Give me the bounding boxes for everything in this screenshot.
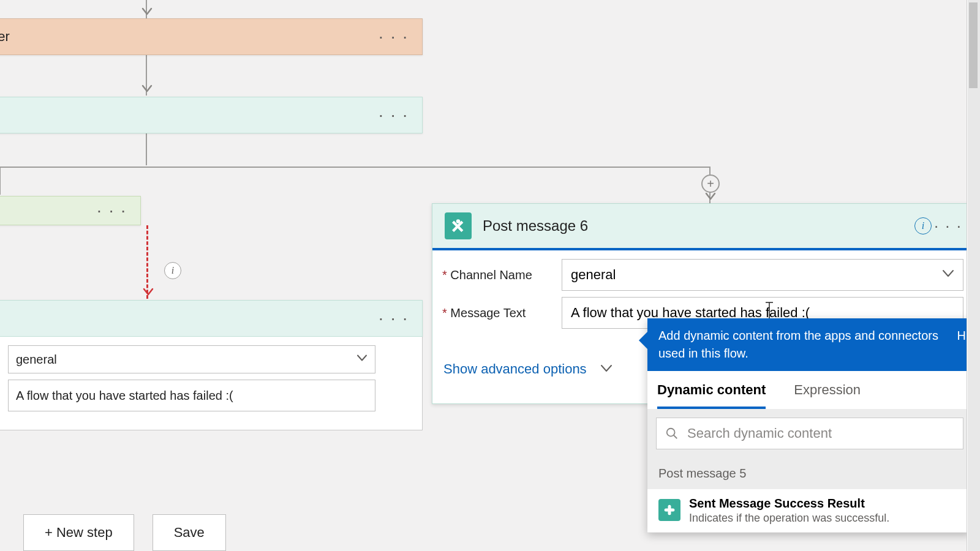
svg-rect-0 [456, 219, 461, 223]
flow-connector-runafter: i [146, 225, 148, 299]
dynamic-content-item[interactable]: Sent Message Success Result Indicates if… [647, 489, 972, 533]
panel-hide-link[interactable]: H [957, 327, 966, 345]
action-card-pm4-body: general A flow that you have started has… [0, 337, 423, 430]
channel-name-value: general [571, 267, 616, 283]
info-icon[interactable]: i [914, 217, 932, 234]
save-button[interactable]: Save [153, 514, 226, 551]
slack-icon [658, 499, 680, 521]
scrollbar-thumb[interactable] [969, 2, 978, 88]
new-step-button[interactable]: + New step [23, 514, 134, 551]
message-text-label: Message Text [442, 306, 562, 320]
pm4-channel-value: general [16, 353, 57, 367]
action-card-http[interactable]: and ping HTTP server · · · [0, 18, 423, 55]
chevron-down-icon [941, 266, 956, 284]
chevron-down-icon [355, 351, 369, 368]
pm4-message-value: A flow that you have started has failed … [16, 389, 233, 403]
slack-icon [445, 212, 472, 239]
dynamic-item-subtitle: Indicates if the operation was successfu… [689, 512, 889, 525]
svg-point-1 [667, 429, 675, 437]
svg-line-2 [674, 435, 677, 439]
action-card-pm5[interactable]: 5 · · · [0, 97, 423, 133]
channel-name-combo[interactable]: general [562, 259, 963, 291]
action-card-header[interactable]: Post message 6 i · · · [432, 204, 973, 248]
pm4-message-input[interactable]: A flow that you have started has failed … [8, 380, 375, 411]
dynamic-item-title: Sent Message Success Result [689, 497, 889, 511]
action-card-condition-branch[interactable]: · · · [0, 196, 141, 225]
dynamic-section-header: Post message 5 [647, 458, 972, 489]
flow-connector [146, 0, 147, 18]
run-after-info-icon[interactable]: i [164, 262, 181, 279]
channel-name-label: Channel Name [442, 268, 562, 282]
vertical-scrollbar[interactable] [967, 0, 980, 551]
action-title: and ping HTTP server [0, 29, 10, 45]
flow-connector [0, 167, 1, 195]
svg-rect-4 [665, 509, 675, 512]
flow-branch [0, 167, 710, 168]
flow-connector [146, 133, 147, 165]
action-card-pm4[interactable]: 4 · · · [0, 300, 423, 337]
tab-dynamic-content[interactable]: Dynamic content [657, 382, 766, 409]
chevron-down-icon [599, 363, 614, 378]
more-icon[interactable]: · · · [97, 202, 127, 219]
add-branch-step-button[interactable]: + [701, 174, 720, 193]
tab-expression[interactable]: Expression [794, 382, 861, 409]
search-dynamic-content-input[interactable]: Search dynamic content [656, 418, 963, 449]
more-icon[interactable]: · · · [379, 310, 409, 327]
action-card-title: Post message 6 [483, 217, 588, 234]
flow-connector [146, 55, 147, 96]
dynamic-content-panel: Add dynamic content from the apps and co… [647, 318, 972, 533]
panel-banner: Add dynamic content from the apps and co… [647, 318, 972, 371]
more-icon[interactable]: · · · [379, 28, 409, 45]
search-placeholder: Search dynamic content [687, 425, 832, 441]
more-icon[interactable]: · · · [934, 217, 962, 236]
pm4-channel-combo[interactable]: general [8, 345, 375, 373]
search-icon [665, 427, 679, 440]
more-icon[interactable]: · · · [379, 107, 409, 124]
